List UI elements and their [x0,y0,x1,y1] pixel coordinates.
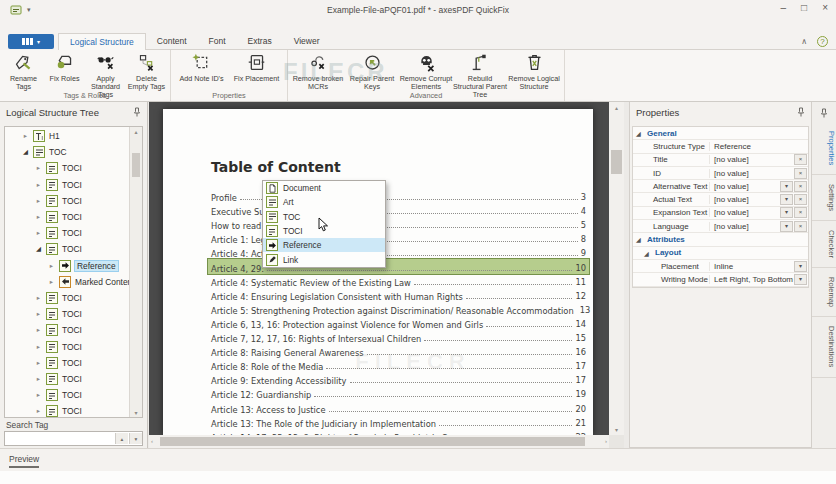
expand-arrow-icon[interactable]: ▸ [35,407,42,415]
dropdown-button[interactable]: ▾ [780,181,793,192]
side-tab-settings[interactable]: Settings [812,175,836,221]
tree-item-toci[interactable]: ▸TOCI [5,193,129,209]
tree-item-toci[interactable]: ▸TOCI [5,403,129,418]
quick-access-save-icon[interactable] [10,4,22,16]
quick-access-caret-icon[interactable]: ▾ [27,6,31,14]
search-tag-input[interactable] [7,433,112,444]
expand-arrow-icon[interactable]: ▸ [35,213,42,221]
expand-arrow-icon[interactable]: ▸ [35,310,42,318]
tree-item-label: TOCI [62,358,82,368]
expand-arrow-icon[interactable]: ▸ [35,181,42,189]
tab-viewer[interactable]: Viewer [283,33,331,49]
application-menu-button[interactable]: ▾ [8,34,54,49]
expand-arrow-icon[interactable]: ▸ [35,391,42,399]
pin-icon[interactable] [820,108,828,118]
dropdown-button[interactable]: ▾ [780,194,793,205]
menu-item-reference[interactable]: Reference [263,238,385,252]
property-group-layout[interactable]: ◢Layout [633,247,808,260]
clear-value-button[interactable]: × [794,221,807,232]
expand-arrow-icon[interactable]: ▸ [22,132,29,140]
expand-arrow-icon[interactable]: ▸ [35,229,42,237]
tree-item-toci[interactable]: ▸TOCI [5,160,129,176]
restore-button[interactable]: □ [801,2,807,13]
tree-item-toci[interactable]: ▸TOCI [5,371,129,387]
scroll-up-icon[interactable]: ▴ [130,128,142,135]
property-name: ID [633,169,709,178]
expand-arrow-icon[interactable]: ▸ [48,262,55,270]
tree-item-toci[interactable]: ▸TOCI [5,290,129,306]
tree-item-toci[interactable]: ▸TOCI [5,225,129,241]
scroll-right-icon[interactable]: › [605,438,607,444]
menu-item-link[interactable]: Link [263,252,385,266]
tab-extras[interactable]: Extras [237,33,283,49]
collapse-triangle-icon[interactable]: ◢ [636,130,641,137]
dropdown-button[interactable]: ▾ [794,274,807,285]
vertical-scrollbar[interactable]: ▴ ▾ [609,102,624,435]
search-next-button[interactable]: ▾ [129,433,142,444]
fix-placement-button[interactable]: Fix Placement [229,51,284,83]
tree-item-toci[interactable]: ◢TOCI [5,241,129,257]
clear-value-button[interactable]: × [794,194,807,205]
dropdown-button[interactable]: ▾ [780,207,793,218]
scroll-down-icon[interactable]: ▾ [609,426,624,433]
menu-item-document[interactable]: Document [263,181,385,195]
dropdown-button[interactable]: ▾ [780,221,793,232]
tree-item-toci[interactable]: ▸TOCI [5,177,129,193]
pin-icon[interactable] [133,107,141,117]
vertical-scrollbar-thumb[interactable] [611,150,622,174]
marked-tag-icon [59,276,71,288]
menu-item-art[interactable]: Art [263,195,385,209]
tab-preview[interactable]: Preview [9,454,39,468]
tree-item-toci[interactable]: ▸TOCI [5,209,129,225]
search-prev-button[interactable]: ▴ [115,433,128,444]
horizontal-scrollbar-thumb[interactable] [160,437,585,446]
minimize-button[interactable]: – [781,2,787,13]
property-group-attributes[interactable]: ◢Attributes [633,233,808,246]
tree-item-toci[interactable]: ▸TOCI [5,322,129,338]
collapse-triangle-icon[interactable]: ◢ [644,250,649,257]
quick-access-toolbar[interactable]: ▾ [10,4,31,16]
scroll-left-icon[interactable]: ‹ [151,438,153,444]
clear-value-button[interactable]: × [794,181,807,192]
expand-arrow-icon[interactable]: ▸ [35,164,42,172]
tree-scrollbar[interactable]: ▴ ▾ [129,127,142,417]
clear-value-button[interactable]: × [794,168,807,179]
close-button[interactable]: × [822,2,828,13]
tree-item-reference[interactable]: ▸Reference [5,258,129,274]
tab-content[interactable]: Content [146,33,198,49]
collapse-arrow-icon[interactable]: ◢ [35,245,42,253]
side-tab-rolemap[interactable]: Rolemap [812,268,836,317]
collapse-triangle-icon[interactable]: ◢ [636,236,641,243]
horizontal-scrollbar[interactable]: ‹ › [149,435,609,448]
tree-item-marked-content[interactable]: ▸Marked Content (... [5,274,129,290]
tree-item-toc[interactable]: ◢TOC [5,144,129,160]
side-tab-destinations[interactable]: Destinations [812,317,836,377]
side-tab-checker[interactable]: Checker [812,221,836,268]
tree-item-toci[interactable]: ▸TOCI [5,387,129,403]
dropdown-button[interactable]: ▾ [794,261,807,272]
scroll-down-icon[interactable]: ▾ [130,409,142,416]
expand-arrow-icon[interactable]: ▸ [35,326,42,334]
expand-arrow-icon[interactable]: ▸ [35,375,42,383]
expand-arrow-icon[interactable]: ▸ [35,294,42,302]
tree-item-toci[interactable]: ▸TOCI [5,355,129,371]
property-group-general[interactable]: ◢General [633,127,808,140]
side-tab-properties[interactable]: Properties [812,122,836,175]
search-tag-field[interactable]: ▴ ▾ [4,431,143,446]
scroll-up-icon[interactable]: ▴ [609,104,624,111]
tree-scrollbar-thumb[interactable] [132,153,140,177]
add-note-ids-button[interactable]: Add Note ID's [174,51,229,83]
clear-value-button[interactable]: × [794,207,807,218]
tab-font[interactable]: Font [198,33,237,49]
tree-item-toci[interactable]: ▸TOCI [5,306,129,322]
tree-item-h1[interactable]: ▸H1 [5,128,129,144]
tab-logical-structure[interactable]: Logical Structure [58,33,146,50]
expand-arrow-icon[interactable]: ▸ [48,278,55,286]
clear-value-button[interactable]: × [794,154,807,165]
pin-icon[interactable] [797,107,805,117]
expand-arrow-icon[interactable]: ▸ [35,359,42,367]
tree-item-toci[interactable]: ▸TOCI [5,338,129,354]
expand-arrow-icon[interactable]: ▸ [35,343,42,351]
expand-arrow-icon[interactable]: ▸ [35,197,42,205]
collapse-arrow-icon[interactable]: ◢ [22,148,29,156]
